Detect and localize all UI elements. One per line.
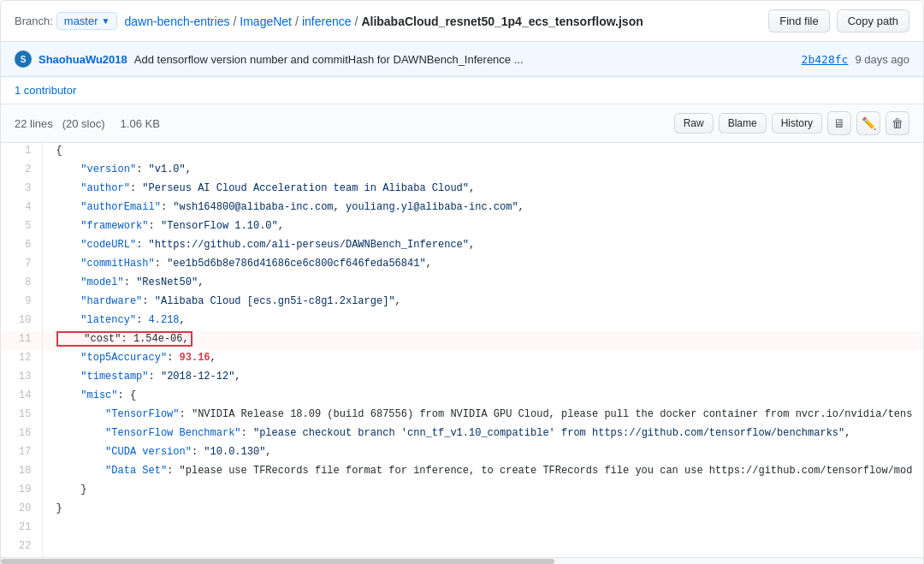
line-content: "model": "ResNet50", <box>42 275 923 294</box>
table-row: 15 "TensorFlow": "NVIDIA Release 18.09 (… <box>1 407 923 425</box>
line-content: "codeURL": "https://github.com/ali-perse… <box>42 237 923 256</box>
line-number: 2 <box>1 162 42 181</box>
line-number: 1 <box>1 143 42 162</box>
line-number: 6 <box>1 237 42 256</box>
line-content <box>42 519 923 538</box>
line-content: "hardware": "Alibaba Cloud [ecs.gn5i-c8g… <box>42 294 923 312</box>
breadcrumb-sep-3: / <box>355 15 358 28</box>
table-row: 20} <box>1 501 923 519</box>
file-size: 1.06 KB <box>121 117 160 130</box>
line-number: 10 <box>1 312 42 331</box>
line-content: "framework": "TensorFlow 1.10.0", <box>42 218 923 237</box>
line-content: "TensorFlow": "NVIDIA Release 18.09 (bui… <box>42 407 923 425</box>
code-table: 1{2 "version": "v1.0",3 "author": "Perse… <box>1 143 923 557</box>
table-row: 21 <box>1 519 923 538</box>
line-content: "author": "Perseus AI Cloud Acceleration… <box>42 181 923 199</box>
line-number: 16 <box>1 425 42 444</box>
chevron-down-icon: ▼ <box>102 16 110 26</box>
file-info-bar: 22 lines (20 sloc) 1.06 KB Raw Blame His… <box>1 104 923 143</box>
line-number: 11 <box>1 331 42 350</box>
line-number: 13 <box>1 369 42 388</box>
breadcrumb-imagenet[interactable]: ImageNet <box>240 15 292 28</box>
table-row: 11 "cost": 1.54e-06, <box>1 331 923 350</box>
branch-label: Branch: <box>15 15 53 27</box>
breadcrumb-sep-2: / <box>295 15 299 28</box>
file-lines: 22 lines <box>15 117 53 130</box>
line-content: "latency": 4.218, <box>42 312 923 331</box>
line-content: "cost": 1.54e-06, <box>42 331 923 350</box>
line-number: 20 <box>1 501 42 519</box>
delete-icon-button[interactable]: 🗑 <box>886 111 909 135</box>
contributors-bar: 1 contributor <box>1 77 923 104</box>
line-number: 12 <box>1 350 42 369</box>
line-number: 9 <box>1 294 42 312</box>
line-number: 22 <box>1 538 42 557</box>
line-content: "authorEmail": "wsh164800@alibaba-inc.co… <box>42 199 923 218</box>
line-content: } <box>42 501 923 519</box>
line-number: 17 <box>1 444 42 463</box>
line-number: 4 <box>1 199 42 218</box>
line-number: 18 <box>1 463 42 482</box>
line-number: 19 <box>1 482 42 501</box>
line-content: { <box>42 143 923 162</box>
contributors-link[interactable]: 1 contributor <box>15 84 76 97</box>
line-content: "misc": { <box>42 388 923 407</box>
commit-message: Add tensorflow version number and commit… <box>134 53 524 66</box>
table-row: 17 "CUDA version": "10.0.130", <box>1 444 923 463</box>
table-row: 14 "misc": { <box>1 388 923 407</box>
branch-selector: Branch: master ▼ <box>15 12 117 30</box>
table-row: 16 "TensorFlow Benchmark": "please check… <box>1 425 923 444</box>
copy-path-button[interactable]: Copy path <box>837 9 909 33</box>
line-content: "Data Set": "please use TFRecords file f… <box>42 463 923 482</box>
line-number: 7 <box>1 256 42 275</box>
table-row: 6 "codeURL": "https://github.com/ali-per… <box>1 237 923 256</box>
breadcrumb-filename: AlibabaCloud_resnet50_1p4_ecs_tensorflow… <box>361 15 643 28</box>
find-file-button[interactable]: Find file <box>768 9 830 33</box>
table-row: 4 "authorEmail": "wsh164800@alibaba-inc.… <box>1 199 923 218</box>
commit-author[interactable]: ShaohuaWu2018 <box>38 53 127 66</box>
table-row: 2 "version": "v1.0", <box>1 162 923 181</box>
line-content: } <box>42 482 923 501</box>
line-content: "TensorFlow Benchmark": "please checkout… <box>42 425 923 444</box>
desktop-icon-button[interactable]: 🖥 <box>827 111 851 135</box>
file-stats: 22 lines (20 sloc) 1.06 KB <box>15 117 160 130</box>
commit-right: 2b428fc 9 days ago <box>802 53 909 66</box>
raw-button[interactable]: Raw <box>674 113 714 134</box>
table-row: 22 <box>1 538 923 557</box>
file-sloc: (20 sloc) <box>62 117 105 130</box>
line-content: "version": "v1.0", <box>42 162 923 181</box>
edit-icon-button[interactable]: ✏️ <box>856 111 880 135</box>
commit-bar: S ShaohuaWu2018 Add tensorflow version n… <box>1 42 923 77</box>
line-content: "commitHash": "ee1b5d6b8e786d41686ce6c80… <box>42 256 923 275</box>
table-row: 19 } <box>1 482 923 501</box>
table-row: 13 "timestamp": "2018-12-12", <box>1 369 923 388</box>
contributors-count: 1 <box>15 84 21 97</box>
line-number: 5 <box>1 218 42 237</box>
header-buttons: Find file Copy path <box>768 9 909 33</box>
line-number: 14 <box>1 388 42 407</box>
table-row: 9 "hardware": "Alibaba Cloud [ecs.gn5i-c… <box>1 294 923 312</box>
table-row: 18 "Data Set": "please use TFRecords fil… <box>1 463 923 482</box>
table-row: 1{ <box>1 143 923 162</box>
table-row: 8 "model": "ResNet50", <box>1 275 923 294</box>
breadcrumb-repo[interactable]: dawn-bench-entries <box>124 15 229 28</box>
top-bar: Branch: master ▼ dawn-bench-entries / Im… <box>1 1 923 42</box>
branch-dropdown[interactable]: master ▼ <box>56 12 118 30</box>
history-button[interactable]: History <box>772 113 822 134</box>
file-actions: Raw Blame History 🖥 ✏️ 🗑 <box>674 111 909 135</box>
line-content: "CUDA version": "10.0.130", <box>42 444 923 463</box>
scroll-indicator[interactable] <box>1 557 923 564</box>
breadcrumb-inference[interactable]: inference <box>302 15 352 28</box>
breadcrumb-sep-1: / <box>233 15 236 28</box>
commit-left: S ShaohuaWu2018 Add tensorflow version n… <box>15 50 524 68</box>
line-number: 8 <box>1 275 42 294</box>
line-content <box>42 538 923 557</box>
table-row: 5 "framework": "TensorFlow 1.10.0", <box>1 218 923 237</box>
line-content: "timestamp": "2018-12-12", <box>42 369 923 388</box>
blame-button[interactable]: Blame <box>719 113 767 134</box>
line-number: 21 <box>1 519 42 538</box>
line-number: 15 <box>1 407 42 425</box>
commit-hash[interactable]: 2b428fc <box>802 53 849 66</box>
line-content: "top5Accuracy": 93.16, <box>42 350 923 369</box>
table-row: 7 "commitHash": "ee1b5d6b8e786d41686ce6c… <box>1 256 923 275</box>
